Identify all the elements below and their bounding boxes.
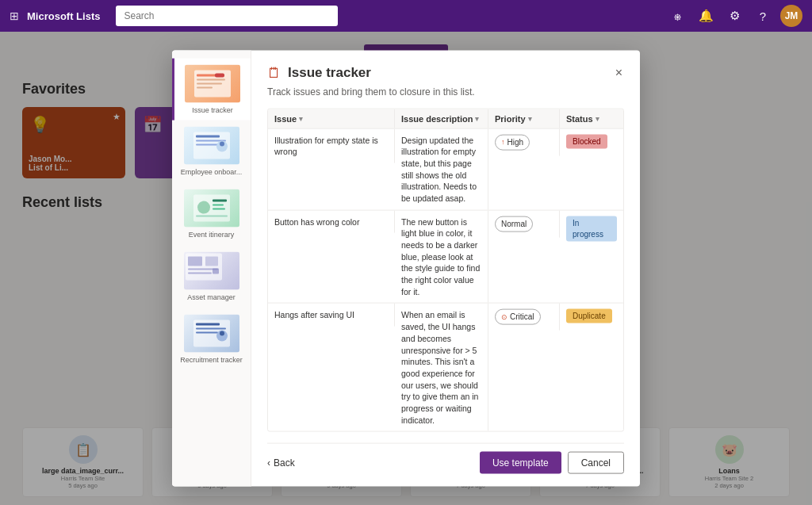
priority-critical-icon: ⊙ xyxy=(501,312,508,323)
svg-point-13 xyxy=(197,201,210,214)
cell-desc-3: When an email is saved, the UI hangs and… xyxy=(395,304,488,431)
svg-rect-20 xyxy=(205,256,218,266)
priority-badge-normal: Normal xyxy=(495,216,533,231)
back-label: Back xyxy=(274,457,295,469)
svg-rect-26 xyxy=(196,327,226,329)
settings-icon[interactable]: ⚙ xyxy=(723,5,745,27)
asset-manager-thumb xyxy=(184,251,239,289)
cell-issue-1: Illustration for empty state is wrong xyxy=(268,128,395,163)
sort-icon-status: ▾ xyxy=(596,114,599,122)
svg-rect-15 xyxy=(213,205,224,206)
avatar[interactable]: JM xyxy=(780,5,802,27)
svg-rect-16 xyxy=(213,209,225,210)
sidebar-item-recruitment-tracker-label: Recruitment tracker xyxy=(180,355,243,364)
sidebar-item-issue-tracker-label: Issue tracker xyxy=(192,105,233,114)
priority-up-icon: ↑ xyxy=(501,137,505,147)
employee-onboarding-thumb xyxy=(184,127,239,165)
svg-rect-5 xyxy=(215,73,224,77)
employee-preview-svg xyxy=(192,131,232,161)
event-preview-svg xyxy=(192,193,232,224)
recruitment-tracker-thumb xyxy=(184,314,239,352)
svg-rect-14 xyxy=(213,200,227,202)
back-button[interactable]: ‹ Back xyxy=(267,452,295,474)
svg-rect-25 xyxy=(196,323,220,325)
modal-sidebar: Issue tracker xyxy=(172,50,251,487)
svg-rect-23 xyxy=(213,268,219,274)
sidebar-item-asset-manager[interactable]: Asset manager xyxy=(172,245,251,308)
th-issue: Issue ▾ xyxy=(268,109,395,128)
sidebar-item-issue-tracker[interactable]: Issue tracker xyxy=(172,58,251,121)
template-modal: Issue tracker xyxy=(172,50,640,487)
cell-priority-2: Normal xyxy=(488,210,560,237)
status-badge-inprogress: In progress xyxy=(566,216,617,241)
status-badge-blocked: Blocked xyxy=(566,134,607,148)
sidebar-item-recruitment-tracker[interactable]: Recruitment tracker xyxy=(172,308,251,370)
topnav-icons: ⎈ 🔔 ⚙ ? JM xyxy=(666,5,802,27)
table-header: Issue ▾ Issue description ▾ Priority ▾ S… xyxy=(268,109,623,128)
use-template-button[interactable]: Use template xyxy=(480,452,561,474)
cell-status-2: In progress xyxy=(560,210,623,247)
svg-rect-3 xyxy=(197,82,222,84)
svg-rect-22 xyxy=(188,272,212,274)
sidebar-item-asset-manager-label: Asset manager xyxy=(187,293,236,301)
cell-priority-1: ↑ High xyxy=(488,128,560,155)
help-icon[interactable]: ? xyxy=(752,5,774,27)
sidebar-item-event-itinerary[interactable]: Event itinerary xyxy=(172,183,251,246)
svg-rect-2 xyxy=(197,78,225,80)
notification-icon[interactable]: 🔔 xyxy=(695,5,717,27)
sidebar-item-employee-onboarding[interactable]: Employee onboar... xyxy=(172,121,251,183)
recruit-preview-svg xyxy=(192,318,232,348)
modal-footer: ‹ Back Use template Cancel xyxy=(267,443,624,474)
svg-point-29 xyxy=(220,331,224,335)
svg-rect-7 xyxy=(196,136,220,138)
modal-main-panel: 🗒 Issue tracker × Track issues and bring… xyxy=(251,50,640,487)
priority-badge-high: ↑ High xyxy=(495,134,530,150)
preview-table: Issue ▾ Issue description ▾ Priority ▾ S… xyxy=(267,108,624,432)
svg-rect-27 xyxy=(196,331,218,333)
sidebar-item-event-itinerary-label: Event itinerary xyxy=(189,231,235,239)
asset-preview-svg xyxy=(184,251,224,281)
app-name: Microsoft Lists xyxy=(27,10,100,22)
grid-icon[interactable]: ⊞ xyxy=(10,10,19,22)
sort-icon-issue: ▾ xyxy=(299,114,303,122)
cell-status-1: Blocked xyxy=(560,128,623,154)
search-input[interactable] xyxy=(116,6,338,26)
cell-issue-3: Hangs after saving UI xyxy=(268,304,395,327)
cancel-button[interactable]: Cancel xyxy=(568,452,624,474)
modal-close-button[interactable]: × xyxy=(614,65,624,81)
modal-header: 🗒 Issue tracker × xyxy=(267,64,624,81)
th-description: Issue description ▾ xyxy=(395,109,488,128)
table-row: Button has wrong color The new button is… xyxy=(268,210,623,304)
modal-subtitle: Track issues and bring them to closure i… xyxy=(267,86,624,97)
svg-point-11 xyxy=(220,142,224,147)
main-content: ＋ + New list Favorites 💡 ★ Jason Mo...Li… xyxy=(0,32,812,505)
issue-tracker-thumb xyxy=(185,64,240,102)
cell-priority-3: ⊙ Critical xyxy=(488,304,560,331)
table-row: Hangs after saving UI When an email is s… xyxy=(268,304,623,431)
status-badge-duplicate: Duplicate xyxy=(566,309,612,323)
modal-title: Issue tracker xyxy=(288,65,371,81)
cell-desc-2: The new button is light blue in color, i… xyxy=(395,210,488,303)
sort-icon-priority: ▾ xyxy=(528,114,532,122)
issue-tracker-icon: 🗒 xyxy=(267,64,282,81)
issue-tracker-preview-svg xyxy=(193,68,232,98)
event-itinerary-thumb xyxy=(184,189,239,228)
share-icon[interactable]: ⎈ xyxy=(666,5,688,27)
topnav: ⊞ Microsoft Lists ⎈ 🔔 ⚙ ? JM xyxy=(0,0,812,32)
svg-rect-9 xyxy=(196,144,218,146)
back-chevron-icon: ‹ xyxy=(267,457,270,469)
cell-desc-1: Design updated the illustration for empt… xyxy=(395,128,488,209)
table-row: Illustration for empty state is wrong De… xyxy=(268,128,623,210)
sort-icon-description: ▾ xyxy=(475,114,479,122)
th-status: Status ▾ xyxy=(560,109,623,128)
svg-rect-17 xyxy=(196,216,228,217)
sidebar-item-employee-onboarding-label: Employee onboar... xyxy=(181,168,243,177)
cell-status-3: Duplicate xyxy=(560,304,623,329)
priority-badge-critical: ⊙ Critical xyxy=(495,309,541,325)
svg-rect-4 xyxy=(197,86,213,88)
svg-rect-19 xyxy=(188,256,202,266)
table-body: Illustration for empty state is wrong De… xyxy=(268,128,623,431)
th-priority: Priority ▾ xyxy=(488,109,560,128)
cell-issue-2: Button has wrong color xyxy=(268,210,395,233)
